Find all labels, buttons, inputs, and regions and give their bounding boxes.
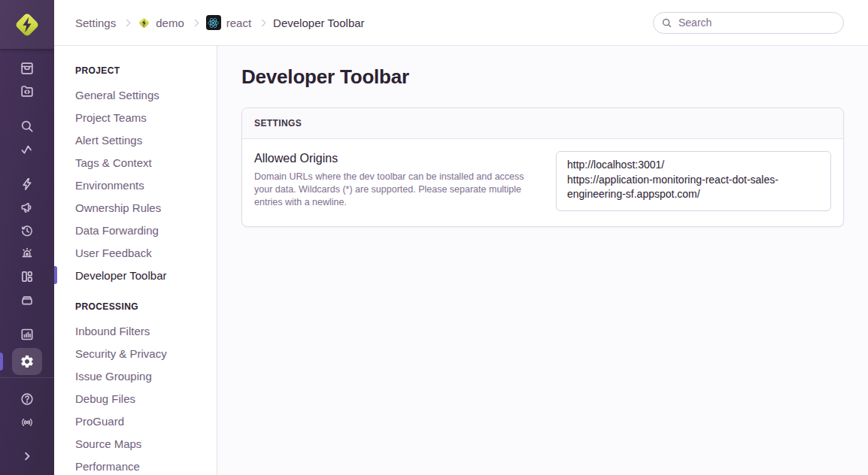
pulse-icon xyxy=(20,142,35,157)
help-icon xyxy=(20,392,35,407)
sidebar-item-developer-toolbar[interactable]: Developer Toolbar xyxy=(54,264,217,286)
allowed-origins-field-row: Allowed Origins Domain URLs where the de… xyxy=(242,139,843,226)
global-search xyxy=(653,12,844,34)
sidebar-item-source-maps[interactable]: Source Maps xyxy=(54,432,217,455)
rail-stats-button[interactable] xyxy=(0,323,54,346)
lightning-icon xyxy=(20,177,35,192)
rail-bottom-group xyxy=(0,377,54,475)
megaphone-icon xyxy=(20,200,35,215)
settings-subnav: PROJECT General Settings Project Teams A… xyxy=(54,46,217,475)
breadcrumb-project-label: react xyxy=(226,17,251,29)
breadcrumb: Settings demo xyxy=(75,15,365,30)
allowed-origins-description: Domain URLs where the dev toolbar can be… xyxy=(254,171,538,209)
field-control: http://localhost:3001/ https://applicati… xyxy=(556,151,831,214)
sentry-logo-icon xyxy=(13,11,41,39)
rail-expand-button[interactable] xyxy=(0,444,54,467)
gear-icon xyxy=(20,354,35,369)
top-header: Settings demo xyxy=(54,0,868,46)
search-input[interactable] xyxy=(653,12,844,34)
breadcrumb-current-page: Developer Toolbar xyxy=(273,17,364,29)
dashboards-icon xyxy=(20,269,35,284)
main-content: Developer Toolbar SETTINGS Allowed Origi… xyxy=(217,46,868,475)
toolbox-icon xyxy=(20,292,35,307)
sidebar-item-general-settings[interactable]: General Settings xyxy=(54,83,217,106)
sidebar-item-performance[interactable]: Performance xyxy=(54,455,217,475)
rail-feedback-button[interactable] xyxy=(0,196,54,219)
clock-history-icon xyxy=(20,223,35,238)
sidebar-item-issue-grouping[interactable]: Issue Grouping xyxy=(54,365,217,387)
breadcrumb-org-label: demo xyxy=(156,17,184,29)
siren-icon xyxy=(20,246,35,261)
rail-alerts-button[interactable] xyxy=(0,242,54,265)
app-root: Settings demo xyxy=(0,0,868,475)
rail-explore-button[interactable] xyxy=(0,115,54,138)
field-meta: Allowed Origins Domain URLs where the de… xyxy=(254,151,556,209)
stats-icon xyxy=(20,327,35,342)
projects-icon xyxy=(20,83,35,98)
rail-vitals-button[interactable] xyxy=(0,138,54,161)
sidebar-item-tags-context[interactable]: Tags & Context xyxy=(54,151,217,174)
allowed-origins-label: Allowed Origins xyxy=(254,151,538,165)
sidebar-item-alert-settings[interactable]: Alert Settings xyxy=(54,129,217,151)
sentry-logo[interactable] xyxy=(0,0,54,49)
nav-section-project: PROJECT xyxy=(54,65,217,76)
settings-panel: SETTINGS Allowed Origins Domain URLs whe… xyxy=(241,107,844,227)
breadcrumb-org[interactable]: demo xyxy=(138,17,184,29)
react-project-avatar xyxy=(206,15,221,30)
chevron-right-icon xyxy=(20,449,35,464)
sidebar-item-security-privacy[interactable]: Security & Privacy xyxy=(54,342,217,365)
search-icon xyxy=(661,17,672,29)
rail-issues-button[interactable] xyxy=(0,56,54,80)
rail-replays-button[interactable] xyxy=(0,219,54,242)
issues-icon xyxy=(20,61,35,76)
broadcast-icon xyxy=(20,415,35,430)
rail-whats-new-button[interactable] xyxy=(0,410,54,434)
sidebar-item-proguard[interactable]: ProGuard xyxy=(54,410,217,432)
sidebar-item-inbound-filters[interactable]: Inbound Filters xyxy=(54,319,217,342)
nav-section-processing: PROCESSING xyxy=(54,301,217,312)
panel-header: SETTINGS xyxy=(242,108,843,139)
rail-releases-button[interactable] xyxy=(0,173,54,196)
sidebar-item-environments[interactable]: Environments xyxy=(54,174,217,196)
rail-dashboards-button[interactable] xyxy=(0,265,54,289)
rail-projects-button[interactable] xyxy=(0,80,54,103)
sidebar-item-ownership-rules[interactable]: Ownership Rules xyxy=(54,196,217,219)
rail-insights-button[interactable] xyxy=(0,288,54,311)
sidebar-item-debug-files[interactable]: Debug Files xyxy=(54,387,217,410)
allowed-origins-textarea[interactable]: http://localhost:3001/ https://applicati… xyxy=(556,151,831,211)
rail-help-button[interactable] xyxy=(0,387,54,410)
sidebar-item-data-forwarding[interactable]: Data Forwarding xyxy=(54,219,217,241)
react-logo-icon xyxy=(208,17,219,29)
breadcrumb-settings[interactable]: Settings xyxy=(75,17,116,29)
breadcrumb-separator-icon xyxy=(259,19,266,26)
sidebar-item-user-feedback[interactable]: User Feedback xyxy=(54,241,217,264)
breadcrumb-separator-icon xyxy=(191,19,199,26)
org-avatar-icon xyxy=(138,17,150,29)
right-side: Settings demo xyxy=(54,0,868,475)
rail-settings-button[interactable] xyxy=(0,346,54,377)
primary-icon-rail xyxy=(0,0,54,475)
breadcrumb-separator-icon xyxy=(123,19,131,26)
sidebar-item-project-teams[interactable]: Project Teams xyxy=(54,106,217,129)
breadcrumb-project[interactable]: react xyxy=(206,15,251,30)
settings-active-highlight xyxy=(12,348,42,375)
page-title: Developer Toolbar xyxy=(241,65,844,88)
search-rail-icon xyxy=(20,119,35,134)
body: PROJECT General Settings Project Teams A… xyxy=(54,46,868,475)
